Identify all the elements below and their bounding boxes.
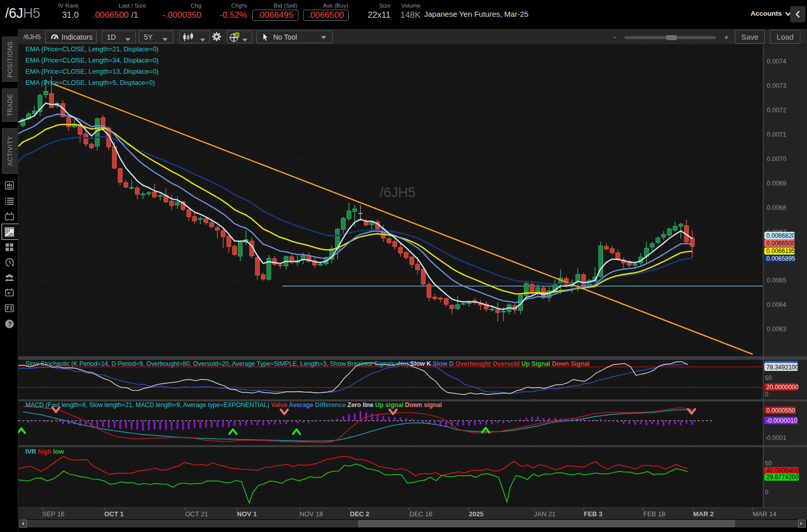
svg-text:0.0065895: 0.0065895 xyxy=(766,255,795,262)
svg-text:-0.0001: -0.0001 xyxy=(765,434,786,442)
svg-text:0.0073: 0.0073 xyxy=(767,82,786,89)
svg-text:DEC 16: DEC 16 xyxy=(409,510,433,518)
svg-text:0.0074: 0.0074 xyxy=(767,58,786,65)
svg-text:NOV 1: NOV 1 xyxy=(237,510,257,518)
svg-text:MAR 2: MAR 2 xyxy=(693,510,713,518)
svg-text:-0.0000010: -0.0000010 xyxy=(766,417,797,424)
svg-text:JAN 21: JAN 21 xyxy=(534,510,556,518)
svg-text:Slow Stochastic (K Period=14,: Slow Stochastic (K Period=14, D Period=9… xyxy=(25,360,589,367)
svg-text:0.0066820: 0.0066820 xyxy=(766,232,795,239)
svg-text:SEP 16: SEP 16 xyxy=(42,510,65,518)
svg-text:20.0000000: 20.0000000 xyxy=(766,384,799,391)
svg-text:50: 50 xyxy=(765,374,772,382)
svg-text:0.0072: 0.0072 xyxy=(767,107,786,114)
svg-text:FEB 18: FEB 18 xyxy=(643,510,665,518)
svg-text:0.0068: 0.0068 xyxy=(767,204,786,211)
svg-text:IVR high low: IVR high low xyxy=(25,448,64,455)
svg-text:0.0069: 0.0069 xyxy=(767,180,786,187)
svg-text:DEC 2: DEC 2 xyxy=(350,510,369,518)
svg-text:50: 50 xyxy=(765,460,772,467)
svg-text:0: 0 xyxy=(765,391,768,398)
svg-text:0.0063: 0.0063 xyxy=(767,326,786,333)
svg-text:0: 0 xyxy=(765,489,768,496)
svg-text:0.0066195: 0.0066195 xyxy=(766,247,795,255)
svg-text:78.3492100: 78.3492100 xyxy=(766,364,799,371)
svg-text:0.0066500: 0.0066500 xyxy=(766,240,795,247)
svg-text:2025: 2025 xyxy=(469,510,484,518)
svg-text:29.6774200: 29.6774200 xyxy=(766,474,799,481)
svg-text:MAR 14: MAR 14 xyxy=(753,510,776,518)
svg-text:NOV 18: NOV 18 xyxy=(300,510,323,518)
svg-text:0.0071: 0.0071 xyxy=(767,131,786,138)
svg-text:40.0806400: 40.0806400 xyxy=(766,467,799,474)
svg-text:EMA (Price=CLOSE, Length=21, D: EMA (Price=CLOSE, Length=21, Displace=0) xyxy=(25,45,159,53)
svg-text:0.0065: 0.0065 xyxy=(767,277,786,284)
svg-text:MACD (Fast length=8, Slow leng: MACD (Fast length=8, Slow length=21, MAC… xyxy=(25,401,442,409)
svg-text:?: ? xyxy=(8,321,12,328)
svg-text:OCT 21: OCT 21 xyxy=(185,510,208,518)
svg-text:0.0064: 0.0064 xyxy=(767,301,786,308)
svg-text:/6JH5: /6JH5 xyxy=(380,185,416,200)
svg-text:EMA (Price=CLOSE, Length=5, Di: EMA (Price=CLOSE, Length=5, Displace=0) xyxy=(25,79,155,86)
svg-text:0.0070: 0.0070 xyxy=(767,155,786,163)
svg-text:EMA (Price=CLOSE, Length=13, D: EMA (Price=CLOSE, Length=13, Displace=0) xyxy=(25,68,159,75)
svg-text:OCT 1: OCT 1 xyxy=(104,510,124,518)
svg-text:EMA (Price=CLOSE, Length=34, D: EMA (Price=CLOSE, Length=34, Displace=0) xyxy=(25,56,159,64)
svg-text:FEB 3: FEB 3 xyxy=(584,510,603,518)
svg-text:0.0000550: 0.0000550 xyxy=(766,407,795,414)
